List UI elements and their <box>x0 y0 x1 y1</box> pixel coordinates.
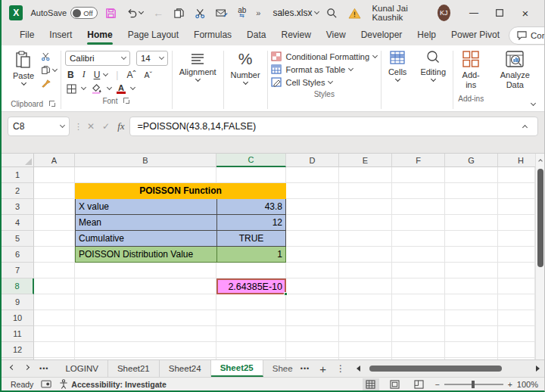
vertical-scroll-thumb[interactable] <box>537 169 543 267</box>
ribbon-tab-formulas[interactable]: Formulas <box>186 26 239 45</box>
grid-cell[interactable] <box>392 263 445 278</box>
grid-cell[interactable] <box>75 358 216 359</box>
search-icon[interactable] <box>326 8 338 19</box>
decrease-font-button[interactable]: Aˇ <box>144 70 152 79</box>
new-sheet-button[interactable]: + <box>319 362 326 375</box>
row-header-3[interactable]: 3 <box>2 199 34 215</box>
addins-button[interactable]: Add-ins <box>457 48 485 92</box>
replace-icon[interactable]: ab ⇆ <box>238 7 246 19</box>
grid-cell[interactable] <box>498 215 535 231</box>
scroll-up-icon[interactable] <box>536 154 544 166</box>
ribbon-tab-home[interactable]: Home <box>79 26 120 45</box>
ribbon-tab-help[interactable]: Help <box>410 26 444 45</box>
grid-cell[interactable] <box>445 231 498 247</box>
sheet-options-icon[interactable]: ⋮ <box>336 363 345 374</box>
grid-cell[interactable] <box>286 342 339 358</box>
grid-cell[interactable] <box>34 231 75 247</box>
copy-button[interactable] <box>41 65 57 75</box>
row-header-10[interactable]: 10 <box>2 310 34 326</box>
grid-cell[interactable] <box>34 199 75 215</box>
table-row-value[interactable]: 43.8 <box>216 199 286 215</box>
copy-icon[interactable] <box>173 8 185 19</box>
editing-dropdown-icon[interactable] <box>431 76 436 82</box>
grid-cell[interactable] <box>445 247 498 263</box>
grid-cell[interactable] <box>392 183 445 199</box>
grid-cell[interactable] <box>286 183 339 199</box>
paste-dropdown-icon[interactable] <box>21 80 26 86</box>
grid-cell[interactable] <box>392 167 445 183</box>
cells-dropdown-icon[interactable] <box>395 76 400 82</box>
name-box[interactable]: C8 <box>8 117 70 136</box>
row-header-11[interactable]: 11 <box>2 326 34 342</box>
number-button[interactable]: % Number <box>228 48 263 86</box>
hscroll-left-icon[interactable] <box>357 366 360 372</box>
format-painter-button[interactable] <box>41 79 57 89</box>
email-icon[interactable] <box>216 8 228 18</box>
grid-cell[interactable] <box>286 326 339 342</box>
grid-cell[interactable] <box>445 278 498 294</box>
grid-cell[interactable] <box>445 215 498 231</box>
grid-cell[interactable] <box>445 167 498 183</box>
zoom-level[interactable]: 100% <box>517 380 538 389</box>
alignment-dropdown-icon[interactable] <box>195 76 201 82</box>
column-header-E[interactable]: E <box>339 154 392 167</box>
grid-cell[interactable] <box>498 278 535 294</box>
select-all-corner[interactable] <box>2 154 34 167</box>
bold-button[interactable]: B <box>67 70 74 80</box>
ribbon-tab-developer[interactable]: Developer <box>353 26 410 45</box>
horizontal-scroll-thumb[interactable] <box>369 366 502 372</box>
grid-cell[interactable] <box>498 294 535 310</box>
grid-cell[interactable] <box>34 215 75 231</box>
horizontal-scrollbar[interactable] <box>352 360 544 377</box>
grid-cell[interactable] <box>34 278 75 294</box>
undo-button[interactable] <box>126 8 143 19</box>
zoom-slider-thumb[interactable] <box>472 381 475 388</box>
grid-cell[interactable] <box>286 358 339 359</box>
font-color-button[interactable]: A <box>117 84 126 94</box>
paste-button[interactable]: Paste <box>10 48 37 87</box>
conditional-formatting-dropdown-icon[interactable] <box>372 52 378 58</box>
grid-cell[interactable] <box>75 342 216 358</box>
grid-cell[interactable] <box>498 342 535 358</box>
grid-cell[interactable] <box>286 199 339 215</box>
grid-cell[interactable] <box>392 342 445 358</box>
grid-cell[interactable] <box>498 231 535 247</box>
cut-button[interactable] <box>41 51 57 61</box>
font-name-select[interactable]: Calibri <box>65 51 130 66</box>
vertical-scrollbar[interactable] <box>535 154 544 359</box>
analyze-data-button[interactable]: Analyze Data <box>493 48 537 92</box>
grid-cell[interactable] <box>75 310 216 326</box>
grid-cell[interactable] <box>286 263 339 278</box>
grid-cell[interactable] <box>286 167 339 183</box>
grid-cell[interactable] <box>75 167 216 183</box>
grid-cell[interactable] <box>75 326 216 342</box>
grid-cell[interactable] <box>34 167 75 183</box>
grid-cell[interactable] <box>392 358 445 359</box>
row-header-6[interactable]: 6 <box>2 247 34 263</box>
row-header-5[interactable]: 5 <box>2 231 34 247</box>
sheet-tab-sheet21[interactable]: Sheet21 <box>108 360 160 377</box>
grid-cell[interactable] <box>216 358 286 359</box>
table-row-label[interactable]: Mean <box>75 215 216 231</box>
grid-cell[interactable] <box>34 263 75 278</box>
grid-cell[interactable] <box>445 183 498 199</box>
grid-cell[interactable] <box>216 294 286 310</box>
sheet-tab-sheet24[interactable]: Sheet24 <box>160 360 211 377</box>
page-layout-view-button[interactable] <box>387 378 403 390</box>
grid-cell[interactable] <box>498 263 535 278</box>
table-row-value[interactable]: 1 <box>216 247 286 263</box>
grid-cell[interactable] <box>392 231 445 247</box>
sheet-nav-left-icon[interactable] <box>10 365 15 370</box>
grid-cell[interactable] <box>498 247 535 263</box>
fill-color-button[interactable] <box>91 83 102 94</box>
save-icon[interactable] <box>105 8 117 19</box>
formula-bar-collapse-icon[interactable] <box>522 125 528 130</box>
increase-font-button[interactable]: Aˆ <box>126 70 135 80</box>
grid-cell[interactable] <box>339 326 392 342</box>
grid-cell[interactable] <box>75 263 216 278</box>
grid-cell[interactable] <box>216 263 286 278</box>
grid-cell[interactable] <box>339 231 392 247</box>
grid-cell[interactable] <box>498 167 535 183</box>
grid-cell[interactable] <box>392 278 445 294</box>
grid-cell[interactable] <box>34 183 75 199</box>
